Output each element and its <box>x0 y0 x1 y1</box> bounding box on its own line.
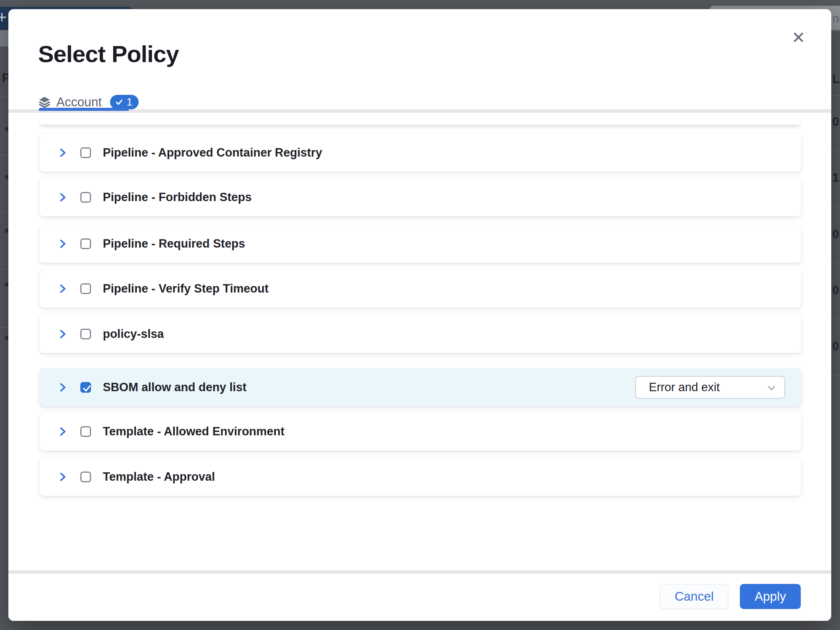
background-row-separator <box>0 269 8 270</box>
policy-action-select[interactable]: Error and exit <box>635 376 785 399</box>
background-cell-value: 1 <box>832 171 839 185</box>
policy-checkbox[interactable] <box>80 283 91 294</box>
background-left-band <box>0 30 8 46</box>
modal-footer: Cancel Apply <box>8 574 831 621</box>
scrolled-row-sliver <box>40 113 801 125</box>
expand-chevron-icon[interactable] <box>57 283 69 295</box>
policy-checkbox[interactable] <box>80 329 91 339</box>
policy-label: SBOM allow and deny list <box>103 381 246 394</box>
tab-active-underline <box>39 108 129 111</box>
plus-icon: + <box>0 8 7 27</box>
policy-checkbox[interactable] <box>80 472 91 482</box>
tab-badge-count: 1 <box>126 96 133 108</box>
policy-label: Pipeline - Required Steps <box>103 237 245 251</box>
policy-label: Pipeline - Approved Container Registry <box>103 146 322 160</box>
policy-label: policy-slsa <box>103 327 164 341</box>
expand-chevron-icon[interactable] <box>57 328 69 340</box>
background-text-fragment: ne <box>832 12 840 26</box>
policy-row[interactable]: Pipeline - Forbidden Steps <box>40 178 801 216</box>
policy-row[interactable]: Template - Allowed Environment <box>40 413 801 451</box>
close-icon <box>792 31 805 44</box>
policy-row[interactable]: Pipeline - Verify Step Timeout <box>40 270 801 308</box>
background-row-separator <box>831 262 840 263</box>
policy-checkbox[interactable] <box>80 238 91 249</box>
expand-chevron-icon[interactable] <box>57 425 69 438</box>
policy-list: Pipeline - Approved Container Registry P… <box>8 113 831 570</box>
layers-icon <box>38 96 51 109</box>
background-row-separator <box>831 206 840 207</box>
policy-checkbox[interactable] <box>80 426 91 437</box>
close-button[interactable] <box>789 27 808 47</box>
policy-row[interactable]: Pipeline - Approved Container Registry <box>40 134 801 172</box>
tabbar-divider <box>8 109 831 113</box>
background-row-separator <box>0 155 8 155</box>
policy-row[interactable]: Pipeline - Required Steps <box>40 225 801 263</box>
policy-label: Template - Approval <box>103 470 215 484</box>
tab-selected-count-badge: 1 <box>110 95 139 109</box>
select-policy-modal: Select Policy Account 1 Pipeline - Appro… <box>8 9 831 621</box>
policy-label: Template - Allowed Environment <box>103 425 284 438</box>
expand-chevron-icon[interactable] <box>57 381 69 393</box>
policy-row[interactable]: Template - Approval <box>40 458 801 496</box>
background-row-separator <box>831 318 840 319</box>
background-row-separator <box>831 95 840 96</box>
policy-checkbox[interactable] <box>80 192 91 203</box>
footer-divider <box>8 570 831 574</box>
policy-row[interactable]: SBOM allow and deny list Error and exit <box>40 368 801 406</box>
background-cell-value: 0 <box>832 115 839 129</box>
policy-label: Pipeline - Verify Step Timeout <box>103 282 268 296</box>
policy-checkbox[interactable] <box>80 382 91 393</box>
background-column-header: L <box>832 72 840 86</box>
background-row-separator <box>831 375 840 376</box>
background-row-separator <box>0 327 8 328</box>
background-row-separator <box>0 96 8 97</box>
background-cell-value: 0 <box>832 227 839 241</box>
expand-chevron-icon[interactable] <box>57 147 69 159</box>
policy-label: Pipeline - Forbidden Steps <box>103 190 252 204</box>
policy-row[interactable]: policy-slsa <box>40 315 801 353</box>
background-row-separator <box>831 150 840 151</box>
expand-chevron-icon[interactable] <box>57 191 69 203</box>
check-icon <box>115 98 123 106</box>
policy-checkbox[interactable] <box>80 147 91 158</box>
chevron-down-icon <box>766 383 777 393</box>
background-cell-value: 0 <box>832 283 839 297</box>
cancel-button[interactable]: Cancel <box>660 584 728 609</box>
apply-button[interactable]: Apply <box>740 584 801 609</box>
expand-chevron-icon[interactable] <box>57 238 69 250</box>
policy-action-value: Error and exit <box>649 381 720 394</box>
background-cell-value: 0 <box>832 340 839 353</box>
page-title: Select Policy <box>38 40 179 67</box>
background-row-separator <box>0 212 8 213</box>
tab-account-label: Account <box>56 95 102 109</box>
expand-chevron-icon[interactable] <box>57 471 69 483</box>
